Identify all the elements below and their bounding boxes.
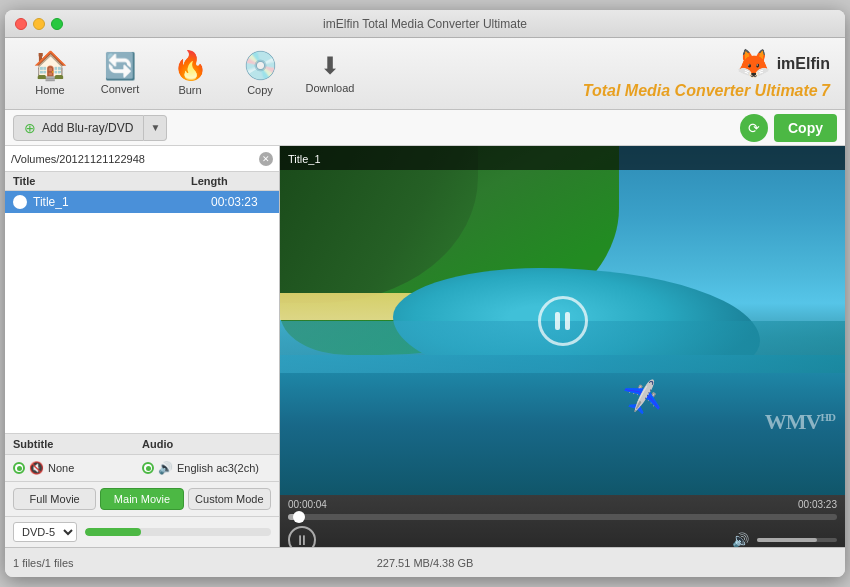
wmv-watermark: WMVHD [765,409,835,435]
length-col-header: Length [191,175,271,187]
seek-bar[interactable] [288,514,837,520]
title-row[interactable]: Title_1 00:03:23 [5,191,279,213]
dvd-type-select[interactable]: DVD-5 DVD-9 [13,522,77,542]
sub-audio-row: 🔇 None 🔊 English ac3(2ch) [5,455,279,481]
sub-audio-header: Subtitle Audio [5,434,279,455]
title-list: Title_1 00:03:23 [5,191,279,433]
subtitle-radio-inner [17,466,22,471]
video-scene[interactable]: ✈️ WMVHD [280,146,845,495]
video-controls: 00:00:04 00:03:23 ⏸ 🔊 [280,495,845,547]
toolbar-home-btn[interactable]: 🏠 Home [15,44,85,104]
logo-icon: 🦊 [736,47,771,80]
play-pause-btn[interactable]: ⏸ [288,526,316,547]
convert-label: Convert [101,83,140,95]
file-path-bar: /Volumes/20121121122948 ✕ [5,146,279,172]
app-window: imElfin Total Media Converter Ultimate 🏠… [5,10,845,577]
title-col-header: Title [13,175,191,187]
add-bluray-dropdown[interactable]: ▼ [144,115,167,141]
controls-row: ⏸ 🔊 [288,526,837,547]
audio-radio[interactable] [142,462,154,474]
copy-action-label: Copy [788,120,823,136]
download-icon: ⬇ [320,54,340,78]
volume-bar[interactable] [757,538,837,542]
audio-item: 🔊 English ac3(2ch) [142,461,271,475]
volume-icon[interactable]: 🔊 [732,532,749,547]
copy-action-circle-icon: ⟳ [740,114,768,142]
copy-label: Copy [247,84,273,96]
video-title-text: Title_1 [288,153,321,165]
toolbar-download-btn[interactable]: ⬇ Download [295,44,365,104]
custom-mode-btn[interactable]: Custom Mode [188,488,271,510]
pause-bar-right [565,312,570,330]
file-path-clear-btn[interactable]: ✕ [259,152,273,166]
mode-buttons: Full Movie Main Movie Custom Mode [5,481,279,516]
action-bar: ⊕ Add Blu-ray/DVD ▼ ⟳ Copy [5,110,845,146]
toolbar-convert-btn[interactable]: 🔄 Convert [85,44,155,104]
format-progress [85,528,271,536]
subtitle-radio[interactable] [13,462,25,474]
title-radio-inner [17,199,23,205]
main-content: /Volumes/20121121122948 ✕ Title Length T… [5,146,845,547]
window-title: imElfin Total Media Converter Ultimate [323,17,527,31]
video-area: Title_1 ✈️ [280,146,845,495]
title-bar: imElfin Total Media Converter Ultimate [5,10,845,38]
pause-btn-icon: ⏸ [295,532,309,547]
close-button[interactable] [15,18,27,30]
title-list-header: Title Length [5,172,279,191]
subtitle-mute-icon: 🔇 [29,461,44,475]
home-icon: 🏠 [33,52,68,80]
convert-icon: 🔄 [104,53,136,79]
download-label: Download [306,82,355,94]
maximize-button[interactable] [51,18,63,30]
traffic-lights [15,18,63,30]
dropdown-arrow-icon: ▼ [150,122,160,133]
toolbar: 🏠 Home 🔄 Convert 🔥 Burn 💿 Copy ⬇ Downloa… [5,38,845,110]
add-bluray-label: Add Blu-ray/DVD [42,121,133,135]
subtitle-label: None [48,462,74,474]
home-label: Home [35,84,64,96]
format-progress-bar [85,528,141,536]
video-title-bar: Title_1 [280,146,845,170]
title-row-duration: 00:03:23 [211,195,271,209]
audio-label: English ac3(2ch) [177,462,259,474]
total-time: 00:03:23 [798,499,837,510]
title-radio [13,195,27,209]
toolbar-burn-btn[interactable]: 🔥 Burn [155,44,225,104]
deep-ocean [280,355,845,495]
logo: 🦊 imElfin Total Media Converter Ultimate… [583,47,830,100]
toolbar-buttons: 🏠 Home 🔄 Convert 🔥 Burn 💿 Copy ⬇ Downloa… [15,44,365,104]
volume-bar-fill [757,538,817,542]
time-row: 00:00:04 00:03:23 [288,499,837,510]
logo-brand: imElfin [777,55,830,73]
minimize-button[interactable] [33,18,45,30]
copy-icon: 💿 [243,52,278,80]
file-path-text: /Volumes/20121121122948 [11,153,259,165]
logo-subtitle: Total Media Converter Ultimate 7 [583,82,830,100]
main-movie-btn[interactable]: Main Movie [100,488,183,510]
burn-icon: 🔥 [173,52,208,80]
add-bluray-btn[interactable]: ⊕ Add Blu-ray/DVD [13,115,144,141]
main-bottom: 1 files/1 files 227.51 MB/4.38 GB [5,547,845,577]
size-status: 227.51 MB/4.38 GB [377,557,474,569]
audio-header: Audio [142,438,271,450]
title-row-name: Title_1 [33,195,211,209]
audio-speaker-icon: 🔊 [158,461,173,475]
pause-bar-left [555,312,560,330]
audio-radio-inner [146,466,151,471]
left-panel: /Volumes/20121121122948 ✕ Title Length T… [5,146,280,547]
toolbar-copy-btn[interactable]: 💿 Copy [225,44,295,104]
pause-overlay-btn[interactable] [538,296,588,346]
subtitle-header: Subtitle [13,438,142,450]
pause-icon [555,312,570,330]
add-disc-icon: ⊕ [24,120,36,136]
subtitle-item: 🔇 None [13,461,142,475]
seek-handle[interactable] [293,511,305,523]
format-row: DVD-5 DVD-9 [5,516,279,547]
full-movie-btn[interactable]: Full Movie [13,488,96,510]
sub-audio-panel: Subtitle Audio 🔇 None [5,433,279,481]
right-panel: Title_1 ✈️ [280,146,845,547]
files-status: 1 files/1 files [5,557,74,569]
burn-label: Burn [178,84,201,96]
current-time: 00:00:04 [288,499,327,510]
copy-action-btn[interactable]: Copy [774,114,837,142]
